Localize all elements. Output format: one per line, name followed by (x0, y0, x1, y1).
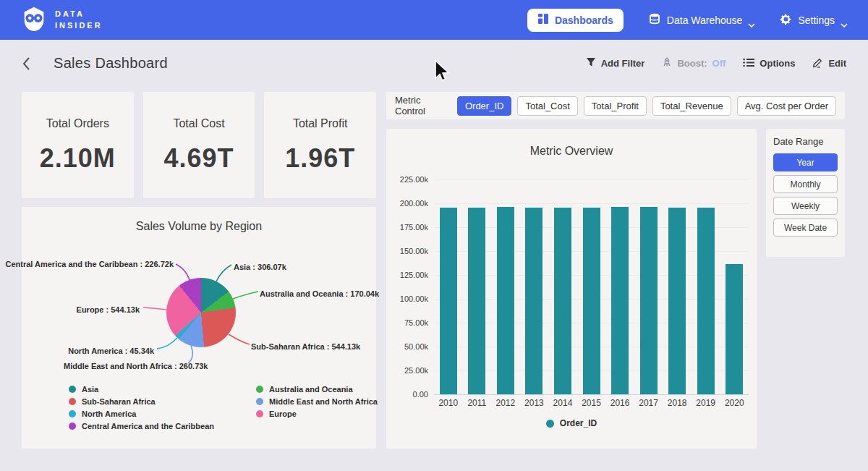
legend-dot (69, 410, 76, 417)
metric-chip-total-revenue[interactable]: Total_Revenue (652, 96, 731, 116)
header-actions: Add Filter Boost: Off Options (586, 57, 846, 70)
bar-chart-title: Metric Overview (386, 129, 757, 158)
add-filter-button[interactable]: Add Filter (586, 57, 645, 69)
bar-2019[interactable] (697, 208, 715, 394)
y-axis-tick: 25.00k (386, 366, 428, 375)
y-axis-tick: 150.00k (386, 247, 428, 255)
y-axis-tick: 225.00k (386, 175, 428, 184)
bar-2013[interactable] (525, 208, 542, 394)
bar-band-2018 (663, 179, 692, 394)
gridline (434, 394, 749, 395)
bar-2014[interactable] (554, 208, 571, 394)
metric-chip-total-cost[interactable]: Total_Cost (517, 96, 577, 116)
legend-item-north-america[interactable]: North America (69, 410, 214, 418)
bar-2020[interactable] (726, 264, 743, 394)
legend-item-europe[interactable]: Europe (256, 410, 378, 418)
metric-chip-avg-cost-per-order[interactable]: Avg. Cost per Order (737, 96, 836, 116)
boost-toggle[interactable]: Boost: Off (662, 57, 726, 70)
nav-settings[interactable]: Settings (780, 13, 848, 27)
legend-item-middle-east-and-north-africa[interactable]: Middle East and North Africa (256, 397, 378, 406)
charts-row: Metric Overview 225.00k200.00k175.00k150… (386, 129, 845, 449)
legend-dot (256, 398, 263, 405)
right-column: Metric Control Order_IDTotal_CostTotal_P… (386, 92, 845, 449)
legend-item-asia[interactable]: Asia (69, 385, 214, 394)
pie-callout-middle-east-and-north-africa: Middle East and North Africa : 260.73k (64, 362, 208, 370)
metric-chip-total-profit[interactable]: Total_Profit (584, 96, 647, 116)
bar-2016[interactable] (611, 207, 629, 394)
kpi-row: Total Orders2.10MTotal Cost4.69TTotal Pr… (22, 92, 376, 198)
legend-item-australia-and-oceania[interactable]: Australia and Oceania (256, 385, 378, 394)
legend-label: Asia (82, 385, 98, 394)
kpi-card-0: Total Orders2.10M (22, 92, 134, 198)
y-axis-tick: 50.00k (386, 342, 428, 351)
legend-item-sub-saharan-africa[interactable]: Sub-Saharan Africa (69, 397, 214, 406)
pie-callout-central-america-and-the-caribbean: Central America and the Caribbean : 226.… (5, 260, 174, 268)
legend-label: Order_ID (560, 418, 597, 428)
legend-label: Central America and the Caribbean (82, 422, 214, 430)
x-axis-label: 2012 (491, 398, 520, 408)
bar-chart-card: Metric Overview 225.00k200.00k175.00k150… (386, 129, 757, 449)
back-button[interactable] (22, 56, 38, 72)
date-range-weekly[interactable]: Weekly (773, 197, 838, 215)
left-column: Total Orders2.10MTotal Cost4.69TTotal Pr… (22, 92, 376, 449)
pie-leader-line (233, 292, 258, 299)
bar-band-2015 (577, 179, 606, 394)
bar-chart-plot (434, 179, 749, 394)
y-axis-tick: 100.00k (386, 294, 428, 303)
boost-state: Off (712, 58, 726, 69)
bar-chart-x-axis: 2010201120122013201420152016201720182019… (434, 398, 749, 408)
metric-control-label: Metric Control (395, 95, 447, 116)
nav-data-warehouse[interactable]: Data Warehouse (648, 12, 756, 27)
kpi-value: 2.10M (40, 143, 116, 174)
x-axis-label: 2018 (663, 398, 692, 408)
x-axis-label: 2017 (634, 398, 663, 408)
kpi-label: Total Profit (293, 117, 348, 130)
gear-icon (780, 13, 792, 27)
dashboard-grid-icon (537, 13, 549, 27)
kpi-card-2: Total Profit1.96T (264, 92, 376, 198)
filter-icon (586, 57, 596, 69)
bar-band-2014 (548, 179, 577, 394)
nav-right: Dashboards Data Warehouse (527, 9, 848, 32)
legend-dot (256, 386, 263, 393)
legend-label: North America (82, 410, 136, 418)
metric-control-bar: Metric Control Order_IDTotal_CostTotal_P… (386, 92, 845, 119)
date-range-title: Date Range (773, 136, 838, 147)
date-range-week-date[interactable]: Week Date (773, 218, 838, 237)
y-axis-tick: 175.00k (386, 223, 428, 232)
x-axis-label: 2014 (548, 398, 577, 408)
chevron-down-icon (748, 18, 755, 22)
bar-2017[interactable] (640, 207, 658, 394)
y-axis-tick: 75.00k (386, 318, 428, 327)
date-range-monthly[interactable]: Monthly (773, 175, 838, 193)
x-axis-label: 2020 (720, 398, 749, 408)
pie-leader-line (188, 346, 192, 363)
x-axis-label: 2019 (692, 398, 720, 408)
bar-2011[interactable] (468, 208, 485, 394)
pie-chart-card: Sales Volume by Region Asia : 306.07kAus… (22, 207, 376, 449)
kpi-value: 4.69T (163, 143, 234, 174)
options-button[interactable]: Options (743, 58, 795, 69)
brand-logo[interactable]: DATA INSIDER (20, 5, 103, 35)
legend-dot (69, 398, 76, 405)
pie-legend: AsiaSub-Saharan AfricaNorth AmericaCentr… (69, 385, 378, 430)
bar-2010[interactable] (440, 208, 457, 394)
brand-name: DATA INSIDER (55, 9, 103, 32)
nav-dashboards-button[interactable]: Dashboards (527, 9, 624, 32)
pie-chart[interactable] (166, 278, 236, 347)
kpi-value: 1.96T (285, 143, 355, 174)
rocket-icon (662, 57, 672, 70)
metric-chip-order-id[interactable]: Order_ID (457, 96, 511, 116)
pie-callout-north-america: North America : 45.34k (68, 347, 154, 355)
legend-item-central-america-and-the-caribbean[interactable]: Central America and the Caribbean (69, 422, 214, 430)
x-axis-label: 2015 (577, 398, 606, 408)
bar-2018[interactable] (668, 208, 686, 394)
pie-leader-line (143, 307, 166, 310)
bar-2015[interactable] (583, 208, 600, 394)
kpi-card-1: Total Cost4.69T (143, 92, 255, 198)
date-range-year[interactable]: Year (773, 153, 838, 171)
edit-button[interactable]: Edit (812, 57, 846, 70)
bar-band-2011 (463, 179, 492, 394)
list-icon (743, 58, 754, 69)
bar-2012[interactable] (497, 207, 514, 394)
